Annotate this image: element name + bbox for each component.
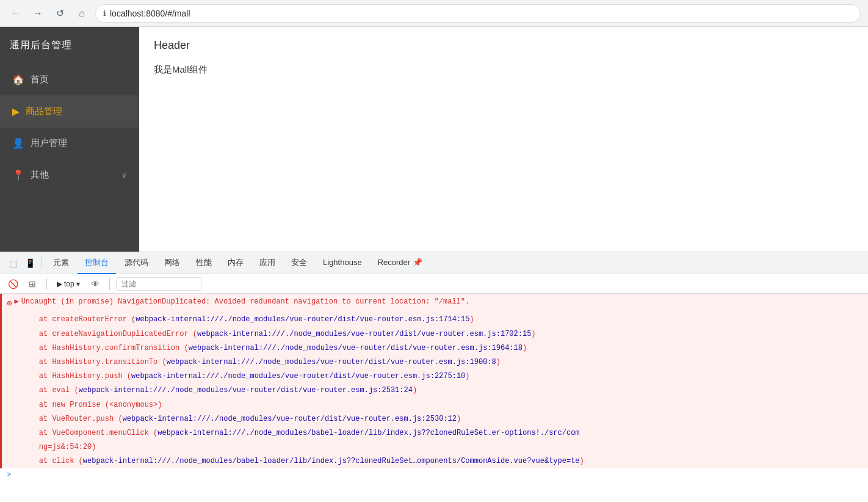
tab-performance[interactable]: 性能: [189, 252, 219, 274]
error-main-text: Uncaught (in promise) NavigationDuplicat…: [21, 296, 470, 308]
goods-icon: ▶: [12, 106, 20, 117]
expand-messages-icon[interactable]: ⊞: [24, 276, 40, 292]
app-container: 通用后台管理 🏠 首页 ▶ 商品管理 👤 用户管理 📍 其他 ∨ Header …: [0, 27, 868, 252]
stack-link-8[interactable]: webpack-internal:///./node_modules/babel…: [157, 429, 579, 437]
tab-network[interactable]: 网络: [157, 252, 187, 274]
tab-divider: [42, 257, 42, 269]
mall-component-text: 我是Mall组件: [154, 64, 853, 76]
address-bar[interactable]: ℹ localhost:8080/#/mall: [95, 4, 861, 23]
tab-security[interactable]: 安全: [284, 252, 314, 274]
sidebar-label-other: 其他: [31, 169, 115, 181]
tab-recorder[interactable]: Recorder 📌: [371, 252, 430, 274]
console-toolbar: 🚫 ⊞ ▶ top ▾ 👁: [0, 274, 868, 294]
stack-link-7[interactable]: webpack-internal:///./node_modules/vue-r…: [123, 415, 457, 423]
error-triangle: ▶: [14, 296, 18, 308]
sidebar-item-other[interactable]: 📍 其他 ∨: [0, 159, 139, 191]
sidebar-item-home[interactable]: 🏠 首页: [0, 64, 139, 96]
filter-input[interactable]: [116, 277, 201, 291]
stack-link-0[interactable]: webpack-internal:///./node_modules/vue-r…: [136, 315, 469, 324]
stack-link-4[interactable]: webpack-internal:///./node_modules/vue-r…: [131, 372, 465, 380]
url-text: localhost:8080/#/mall: [110, 9, 190, 18]
lock-icon: ℹ: [103, 9, 106, 18]
stack-line-10: at click (webpack-internal:///./node_mod…: [0, 454, 868, 468]
back-button[interactable]: ←: [7, 5, 24, 22]
stack-line-2: at HashHistory.confirmTransition (webpac…: [0, 341, 868, 355]
other-arrow: ∨: [121, 171, 127, 180]
main-content: Header 我是Mall组件: [139, 27, 868, 252]
devtools-panel: ⬚ 📱 元素 控制台 源代码 网络 性能 内存 应用 安全 Lighthouse…: [0, 252, 868, 502]
tab-sources[interactable]: 源代码: [117, 252, 156, 274]
tab-elements[interactable]: 元素: [46, 252, 76, 274]
stack-line-6: at new Promise (<anonymous>): [0, 398, 868, 412]
tab-console[interactable]: 控制台: [78, 252, 116, 274]
error-circle-icon: ⊗: [7, 297, 12, 310]
tab-application[interactable]: 应用: [252, 252, 283, 274]
other-icon: 📍: [12, 169, 24, 181]
tab-lighthouse[interactable]: Lighthouse: [316, 252, 369, 274]
prompt-symbol: >: [7, 471, 11, 479]
tab-memory[interactable]: 内存: [220, 252, 251, 274]
stack-line-8: at VueComponent.menuClick (webpack-inter…: [0, 426, 868, 440]
error-main-line: ⊗ ▶ Uncaught (in promise) NavigationDupl…: [0, 294, 868, 313]
stack-line-9: ng=js&:54:20): [0, 440, 868, 454]
stack-line-5: at eval (webpack-internal:///./node_modu…: [0, 384, 868, 398]
stack-link-3[interactable]: webpack-internal:///./node_modules/vue-r…: [167, 358, 496, 366]
sidebar: 通用后台管理 🏠 首页 ▶ 商品管理 👤 用户管理 📍 其他 ∨: [0, 27, 139, 252]
devtools-tabbar: ⬚ 📱 元素 控制台 源代码 网络 性能 内存 应用 安全 Lighthouse…: [0, 252, 868, 274]
sidebar-label-user: 用户管理: [31, 137, 127, 149]
sidebar-item-goods[interactable]: ▶ 商品管理: [0, 96, 139, 128]
dropdown-arrow: ▾: [76, 280, 80, 288]
home-button[interactable]: ⌂: [73, 5, 90, 22]
clear-console-icon[interactable]: 🚫: [5, 276, 21, 292]
stack-link-1[interactable]: webpack-internal:///./node_modules/vue-r…: [197, 330, 531, 338]
stack-line-4: at HashHistory.push (webpack-internal://…: [0, 369, 868, 384]
run-button[interactable]: ▶ top ▾: [53, 278, 84, 289]
console-prompt[interactable]: >: [0, 468, 868, 482]
reload-button[interactable]: ↺: [51, 5, 68, 22]
forward-button[interactable]: →: [29, 5, 46, 22]
sidebar-label-goods: 商品管理: [26, 106, 127, 117]
stack-line-3: at HashHistory.transitionTo (webpack-int…: [0, 355, 868, 369]
stack-line-1: at createNavigationDuplicatedError (webp…: [0, 327, 868, 341]
header-text: Header: [154, 39, 853, 52]
sidebar-label-home: 首页: [31, 74, 127, 85]
top-label: top: [64, 280, 74, 288]
user-icon: 👤: [12, 137, 24, 149]
eye-icon[interactable]: 👁: [87, 276, 103, 292]
stack-line-0: at createRouterError (webpack-internal:/…: [0, 313, 868, 327]
run-icon: ▶: [57, 280, 62, 288]
inspect-icon[interactable]: ⬚: [5, 255, 21, 271]
stack-link-2[interactable]: webpack-internal:///./node_modules/vue-r…: [189, 344, 523, 352]
browser-toolbar: ← → ↺ ⌂ ℹ localhost:8080/#/mall: [0, 0, 868, 27]
sidebar-title: 通用后台管理: [0, 27, 139, 64]
toolbar-divider: [46, 278, 47, 290]
toolbar-divider2: [109, 278, 110, 290]
sidebar-item-user[interactable]: 👤 用户管理: [0, 128, 139, 159]
console-output: ⊗ ▶ Uncaught (in promise) NavigationDupl…: [0, 294, 868, 502]
stack-link-10[interactable]: webpack-internal:///./node_modules/babel…: [83, 457, 580, 465]
device-icon[interactable]: 📱: [22, 255, 38, 271]
stack-link-5[interactable]: webpack-internal:///./node_modules/vue-r…: [79, 386, 413, 395]
stack-line-7: at VueRouter.push (webpack-internal:///.…: [0, 412, 868, 426]
home-icon: 🏠: [12, 74, 24, 85]
